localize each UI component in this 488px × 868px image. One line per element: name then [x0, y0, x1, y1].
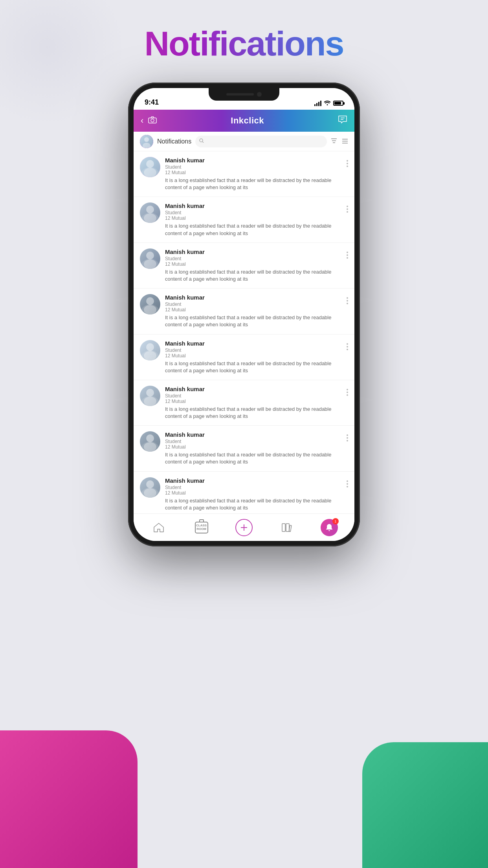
- nav-classroom[interactable]: CLASSROOM: [192, 518, 211, 537]
- svg-point-21: [146, 252, 154, 259]
- bottom-navigation: CLASSROOM: [134, 513, 354, 541]
- svg-rect-43: [282, 524, 285, 531]
- svg-point-30: [146, 389, 154, 397]
- svg-point-18: [146, 206, 154, 213]
- notif-more-button[interactable]: [347, 202, 348, 213]
- notif-content: Manish kumar Student12 Mutual It is a lo…: [165, 386, 342, 420]
- battery-icon: [333, 101, 343, 106]
- notification-badge: 1: [332, 518, 339, 524]
- notif-content: Manish kumar Student12 Mutual It is a lo…: [165, 294, 342, 328]
- svg-point-4: [144, 137, 149, 142]
- notif-user-meta: Student12 Mutual: [165, 256, 342, 267]
- svg-point-25: [144, 305, 156, 314]
- notch-speaker: [226, 93, 254, 96]
- notif-more-button[interactable]: [347, 477, 348, 487]
- filter-icon[interactable]: [331, 138, 337, 145]
- svg-point-36: [146, 480, 154, 488]
- svg-rect-44: [286, 524, 289, 531]
- signal-bar-3: [318, 102, 319, 106]
- page-title: Notifications: [0, 24, 488, 64]
- chat-icon[interactable]: [338, 115, 347, 126]
- notif-message: It is a long established fact that a rea…: [165, 268, 342, 283]
- svg-point-6: [200, 139, 203, 142]
- svg-point-27: [146, 343, 154, 351]
- svg-point-1: [151, 119, 154, 122]
- notif-more-button[interactable]: [347, 157, 348, 167]
- notif-more-button[interactable]: [347, 431, 348, 441]
- svg-point-24: [146, 297, 154, 305]
- phone-frame: 9:41: [128, 83, 360, 546]
- notif-user-name: Manish kumar: [165, 431, 342, 438]
- notif-user-meta: Student12 Mutual: [165, 485, 342, 496]
- notif-message: It is a long established fact that a rea…: [165, 314, 342, 328]
- signal-bar-4: [320, 101, 321, 106]
- svg-line-7: [202, 142, 204, 143]
- notification-item[interactable]: Manish kumar Student12 Mutual It is a lo…: [134, 472, 354, 513]
- notif-user-name: Manish kumar: [165, 294, 342, 301]
- notif-user-meta: Student12 Mutual: [165, 348, 342, 359]
- notification-list: Manish kumar Student12 Mutual It is a lo…: [134, 151, 354, 513]
- signal-bars-icon: [314, 101, 321, 106]
- search-bar[interactable]: [195, 136, 327, 147]
- notification-item[interactable]: Manish kumar Student12 Mutual It is a lo…: [134, 426, 354, 471]
- nav-notifications[interactable]: 1: [319, 518, 339, 537]
- notif-message: It is a long established fact that a rea…: [165, 497, 342, 511]
- notch-camera: [257, 92, 262, 97]
- notification-item[interactable]: Manish kumar Student12 Mutual It is a lo…: [134, 289, 354, 334]
- camera-icon[interactable]: [148, 116, 157, 126]
- svg-point-34: [144, 442, 156, 452]
- back-button[interactable]: ‹: [141, 116, 143, 126]
- notif-content: Manish kumar Student12 Mutual It is a lo…: [165, 431, 342, 465]
- notif-content: Manish kumar Student12 Mutual It is a lo…: [165, 477, 342, 511]
- menu-icon[interactable]: [342, 138, 348, 145]
- nav-add-button[interactable]: [234, 518, 254, 537]
- notif-user-meta: Student12 Mutual: [165, 210, 342, 221]
- phone-notch: [209, 88, 279, 101]
- notif-message: It is a long established fact that a rea…: [165, 451, 342, 465]
- svg-point-22: [144, 259, 156, 269]
- svg-point-28: [144, 351, 156, 360]
- status-time: 9:41: [145, 98, 159, 107]
- user-avatar-small: [140, 135, 153, 148]
- notif-message: It is a long established fact that a rea…: [165, 223, 342, 237]
- notif-avatar: [140, 248, 160, 269]
- nav-home[interactable]: [149, 518, 169, 537]
- notif-avatar: [140, 294, 160, 314]
- notif-user-name: Manish kumar: [165, 157, 342, 164]
- notif-avatar: [140, 431, 160, 452]
- notif-more-button[interactable]: [347, 340, 348, 350]
- notification-item[interactable]: Manish kumar Student12 Mutual It is a lo…: [134, 380, 354, 426]
- bg-decoration-bottom-right: [362, 742, 488, 868]
- bg-decoration-bottom-left: [0, 730, 138, 868]
- notif-message: It is a long established fact that a rea…: [165, 177, 342, 191]
- notif-user-meta: Student12 Mutual: [165, 302, 342, 313]
- notification-item[interactable]: Manish kumar Student12 Mutual It is a lo…: [134, 335, 354, 380]
- nav-library[interactable]: [277, 518, 296, 537]
- battery-fill: [334, 102, 341, 105]
- svg-point-37: [144, 488, 156, 498]
- search-icon: [199, 138, 204, 144]
- notif-user-name: Manish kumar: [165, 340, 342, 347]
- notif-user-name: Manish kumar: [165, 202, 342, 209]
- notification-item[interactable]: Manish kumar Student12 Mutual It is a lo…: [134, 243, 354, 289]
- notif-content: Manish kumar Student12 Mutual It is a lo…: [165, 248, 342, 283]
- notif-user-name: Manish kumar: [165, 248, 342, 255]
- notif-user-meta: Student12 Mutual: [165, 164, 342, 175]
- notif-user-name: Manish kumar: [165, 386, 342, 392]
- notif-user-name: Manish kumar: [165, 477, 342, 484]
- notif-message: It is a long established fact that a rea…: [165, 406, 342, 420]
- notif-avatar: [140, 202, 160, 223]
- sub-header-title: Notifications: [157, 138, 191, 145]
- notif-avatar: [140, 157, 160, 177]
- notif-more-button[interactable]: [347, 248, 348, 259]
- svg-point-33: [146, 434, 154, 442]
- notif-more-button[interactable]: [347, 386, 348, 396]
- sub-header: Notifications: [134, 132, 354, 151]
- notif-more-button[interactable]: [347, 294, 348, 304]
- phone-screen: 9:41: [134, 88, 354, 541]
- notification-item[interactable]: Manish kumar Student12 Mutual It is a lo…: [134, 197, 354, 243]
- notification-item[interactable]: Manish kumar Student12 Mutual It is a lo…: [134, 151, 354, 197]
- notif-avatar: [140, 340, 160, 360]
- svg-point-5: [143, 143, 150, 148]
- notif-message: It is a long established fact that a rea…: [165, 360, 342, 374]
